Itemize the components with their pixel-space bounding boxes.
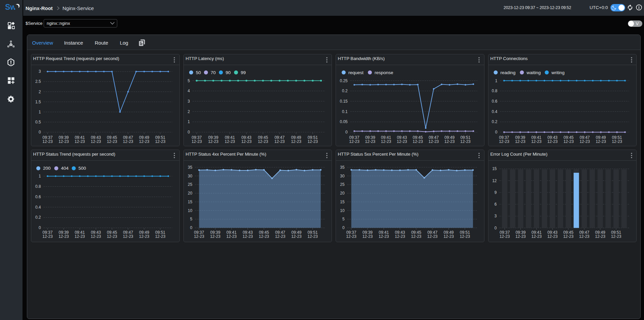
svg-text:0: 0 [39,225,41,230]
svg-text:12-23: 12-23 [579,139,590,144]
svg-text:404: 404 [61,166,69,171]
svg-text:10: 10 [188,208,192,213]
svg-text:20: 20 [340,191,345,196]
svg-text:0.6: 0.6 [35,195,41,199]
svg-text:12-23: 12-23 [379,234,389,239]
svg-text:12-23: 12-23 [58,234,69,239]
svg-text:12-23: 12-23 [241,139,252,144]
svg-text:35: 35 [188,165,192,170]
svg-text:HTTP Bandwidth (KB/s): HTTP Bandwidth (KB/s) [338,56,385,61]
svg-text:12-23: 12-23 [411,234,422,239]
svg-text:HTTP Request Trend (requests p: HTTP Request Trend (requests per second) [33,56,119,61]
svg-text:0: 0 [342,225,345,230]
svg-text:12-23: 12-23 [395,234,405,239]
svg-text:12-23: 12-23 [274,139,285,144]
svg-text:HTTP Status 4xx Percent Per Mi: HTTP Status 4xx Percent Per Minute (%) [185,152,266,157]
svg-text:12-23: 12-23 [275,234,285,239]
svg-text:9: 9 [494,190,497,195]
svg-text:6: 6 [494,202,497,207]
svg-text:0.8: 0.8 [35,184,41,189]
svg-text:12-23: 12-23 [107,234,117,239]
svg-text:2.5: 2.5 [35,79,41,84]
svg-text:0.4: 0.4 [491,109,497,114]
svg-text:0.6: 0.6 [491,99,497,103]
svg-text:12-23: 12-23 [291,234,301,239]
svg-text:12-23: 12-23 [427,234,438,239]
svg-text:1: 1 [39,109,41,114]
svg-text:12-23: 12-23 [596,139,606,144]
svg-text:0: 0 [495,130,497,135]
svg-text:12: 12 [492,178,497,183]
svg-text:HTTP Status 5xx Percent Per Mi: HTTP Status 5xx Percent Per Minute (%) [338,152,419,157]
svg-text:10: 10 [340,208,345,213]
svg-text:12-23: 12-23 [259,234,269,239]
svg-text:0: 0 [190,225,192,230]
svg-text:12-23: 12-23 [243,234,253,239]
svg-text:waiting: waiting [526,70,541,75]
svg-text:1: 1 [39,174,41,178]
svg-text:15: 15 [188,200,192,204]
svg-text:12-23: 12-23 [397,139,407,144]
svg-text:12-23: 12-23 [515,139,525,144]
svg-text:12-23: 12-23 [208,139,218,144]
svg-text:reading: reading [500,70,515,75]
svg-text:3: 3 [187,99,190,103]
svg-text:12-23: 12-23 [515,234,526,239]
svg-text:0.25: 0.25 [340,78,348,83]
svg-text:25: 25 [340,182,345,187]
svg-text:0.4: 0.4 [35,205,41,210]
svg-text:12-23: 12-23 [155,234,166,239]
svg-text:12-23: 12-23 [42,234,53,239]
svg-text:90: 90 [225,70,230,75]
svg-text:12-23: 12-23 [107,139,117,144]
svg-text:0.2: 0.2 [491,119,497,124]
svg-text:1.5: 1.5 [35,99,41,104]
svg-text:12-23: 12-23 [91,139,101,144]
svg-text:12-23: 12-23 [612,139,622,144]
svg-text:12-23: 12-23 [460,234,470,239]
svg-text:12-23: 12-23 [75,234,85,239]
svg-text:12-23: 12-23 [547,234,558,239]
svg-text:12-23: 12-23 [226,234,237,239]
svg-text:12-23: 12-23 [210,234,220,239]
svg-text:25: 25 [188,182,192,187]
svg-text:5: 5 [187,78,190,83]
svg-text:HTTP Connections: HTTP Connections [490,56,528,61]
svg-text:0.15: 0.15 [340,99,348,103]
svg-text:0: 0 [187,130,190,135]
svg-text:0.2: 0.2 [342,89,348,93]
svg-text:12-23: 12-23 [42,139,53,144]
svg-text:12-23: 12-23 [579,234,589,239]
svg-text:12-23: 12-23 [291,139,301,144]
svg-text:12-23: 12-23 [91,234,101,239]
svg-text:99: 99 [241,70,246,75]
svg-text:12-23: 12-23 [349,139,359,144]
svg-text:writing: writing [551,70,564,75]
svg-text:12-23: 12-23 [563,139,574,144]
svg-text:35: 35 [340,165,345,170]
svg-text:2: 2 [39,89,41,94]
svg-text:12-23: 12-23 [362,234,373,239]
svg-text:12-23: 12-23 [191,139,202,144]
svg-text:70: 70 [211,70,216,75]
svg-text:4: 4 [187,89,190,93]
svg-text:0: 0 [345,130,348,135]
svg-text:12-23: 12-23 [563,234,573,239]
svg-text:20: 20 [188,191,192,196]
svg-text:12-23: 12-23 [139,234,149,239]
svg-text:50: 50 [196,70,201,75]
svg-text:0.1: 0.1 [342,109,348,114]
svg-text:0: 0 [494,226,497,230]
svg-text:12-23: 12-23 [365,139,376,144]
svg-text:30: 30 [188,174,192,178]
svg-text:12-23: 12-23 [381,139,391,144]
svg-text:12-23: 12-23 [224,139,235,144]
svg-text:12-23: 12-23 [413,139,423,144]
svg-text:1: 1 [187,119,190,124]
svg-text:12-23: 12-23 [429,139,439,144]
svg-text:15: 15 [492,166,497,171]
svg-text:12-23: 12-23 [307,234,318,239]
svg-text:0.05: 0.05 [340,119,348,124]
svg-text:12-23: 12-23 [58,139,69,144]
svg-text:15: 15 [340,200,345,204]
